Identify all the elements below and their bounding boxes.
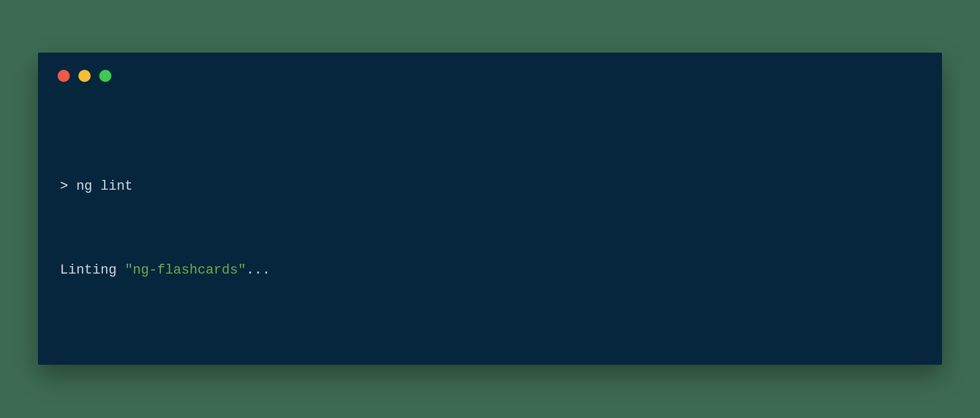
zoom-icon[interactable] xyxy=(99,70,111,82)
traffic-lights xyxy=(58,70,111,82)
line-prompt: > ng lint xyxy=(60,176,920,197)
project-name-1: "ng-flashcards" xyxy=(125,263,246,278)
line-linting-1: Linting "ng-flashcards"... xyxy=(60,260,920,281)
terminal-output: > ng lint Linting "ng-flashcards"... ERR… xyxy=(60,114,920,346)
blank-line-1 xyxy=(60,343,920,364)
ellipsis-1: ... xyxy=(246,263,271,278)
prompt-symbol: > xyxy=(60,179,76,194)
word-linting: Linting xyxy=(60,263,125,278)
terminal-window: > ng lint Linting "ng-flashcards"... ERR… xyxy=(38,53,942,365)
command-text: ng lint xyxy=(76,179,132,194)
minimize-icon[interactable] xyxy=(78,70,91,82)
close-icon[interactable] xyxy=(58,70,70,82)
